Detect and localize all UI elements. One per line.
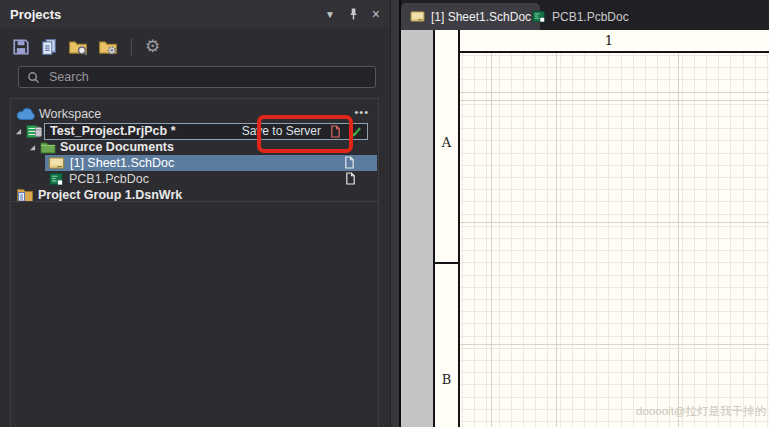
schematic-sheet[interactable]: 1 A B dooooit@拉灯是我干掉的 [433, 30, 769, 427]
project-group-icon [15, 188, 34, 202]
search-icon [27, 71, 40, 84]
folder-icon [40, 141, 56, 154]
zone-label-b: B [435, 372, 458, 387]
search-box[interactable] [18, 66, 376, 88]
schematic-doc-icon [48, 157, 65, 169]
schematic-doc-icon [410, 11, 425, 22]
project-row-box[interactable]: Test_Project.PrjPcb * Save to Server [44, 123, 368, 140]
tree-row-project[interactable]: Test_Project.PrjPcb * Save to Server [11, 122, 378, 140]
sheet1-label: [1] Sheet1.SchDoc [70, 156, 174, 170]
zone-label-1: 1 [595, 33, 623, 48]
altium-window: Projects ▼ × ⚙ [0, 0, 769, 427]
tab-sheet1-schdoc[interactable]: [1] Sheet1.SchDoc [401, 3, 540, 30]
modified-document-icon [330, 125, 341, 138]
panel-title: Projects [10, 7, 325, 22]
cloud-icon [16, 107, 36, 121]
pcb1-label: PCB1.PcbDoc [69, 172, 149, 186]
projects-panel: Projects ▼ × ⚙ [0, 0, 390, 427]
pcb-doc-icon [532, 10, 546, 23]
workspace-menu-icon[interactable]: ••• [354, 106, 369, 118]
document-status-icon [344, 156, 355, 169]
panel-toolbar: ⚙ [12, 35, 160, 59]
schematic-viewport[interactable]: 1 A B dooooit@拉灯是我干掉的 [401, 30, 769, 427]
save-icon[interactable] [12, 38, 30, 56]
projects-tree: Workspace ••• Test_Project.PrjPcb * Save… [10, 98, 379, 427]
checkmark-icon [349, 126, 362, 137]
tree-divider [11, 201, 378, 202]
save-to-server-button[interactable]: Save to Server [242, 124, 321, 138]
toolbar-separator [131, 38, 132, 56]
expand-triangle-icon[interactable] [15, 128, 22, 135]
panel-close-icon[interactable]: × [372, 6, 380, 22]
pcb-doc-icon [49, 172, 64, 186]
projects-panel-header: Projects ▼ × [0, 0, 390, 28]
watermark-text: dooooit@拉灯是我干掉的 [636, 404, 766, 419]
tab-label: PCB1.PcbDoc [552, 10, 629, 24]
tab-pcb1-pcbdoc[interactable]: PCB1.PcbDoc [523, 3, 638, 30]
project-group-label: Project Group 1.DsnWrk [38, 188, 182, 202]
tree-row-pcb1[interactable]: PCB1.PcbDoc [11, 171, 378, 187]
panel-pin-icon[interactable] [348, 7, 359, 21]
open-project-folder-icon[interactable] [68, 38, 88, 56]
source-documents-label: Source Documents [60, 140, 174, 154]
tab-label: [1] Sheet1.SchDoc [431, 10, 531, 24]
tree-row-sheet1[interactable]: [1] Sheet1.SchDoc [45, 155, 377, 171]
zone-label-a: A [435, 135, 458, 150]
copy-documents-icon[interactable] [40, 38, 58, 56]
panel-dropdown-icon[interactable]: ▼ [325, 9, 335, 20]
search-input[interactable] [47, 69, 367, 85]
settings-gear-icon[interactable]: ⚙ [145, 38, 160, 56]
project-pcb-icon [26, 124, 42, 139]
project-options-folder-icon[interactable] [98, 38, 118, 56]
document-tabbar: [1] Sheet1.SchDoc PCB1.PcbDoc [401, 0, 769, 30]
sheet-zone-divider [435, 262, 458, 264]
tree-row-source-documents[interactable]: Source Documents [11, 139, 378, 155]
workspace-label: Workspace [39, 107, 101, 121]
expand-triangle-icon[interactable] [29, 144, 36, 151]
tree-row-workspace[interactable]: Workspace ••• [11, 106, 378, 122]
project-label: Test_Project.PrjPcb * [50, 124, 242, 138]
sheet-grid[interactable] [460, 53, 769, 427]
document-status-icon [345, 172, 356, 185]
